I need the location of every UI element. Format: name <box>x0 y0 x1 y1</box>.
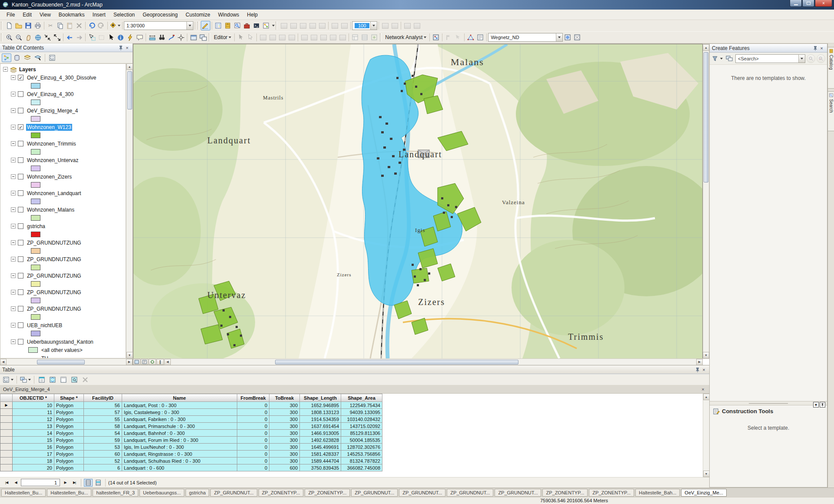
menu-customize[interactable]: Customize <box>182 10 214 20</box>
scrollbar-thumb[interactable] <box>275 360 518 365</box>
cell[interactable]: 300 <box>269 451 300 458</box>
build-network-button[interactable] <box>466 33 475 42</box>
html-popup-tool[interactable] <box>135 33 144 42</box>
layer-swatch[interactable] <box>31 298 40 303</box>
list-by-visibility-button[interactable] <box>23 53 32 62</box>
table-row[interactable]: 17Polygon60Landquart, Ringstrasse : 0 - … <box>0 451 382 458</box>
collapse-icon[interactable] <box>11 224 16 229</box>
organize-templates-button[interactable] <box>724 54 734 63</box>
scroll-up-icon[interactable]: ▲ <box>703 44 709 51</box>
layer-checkbox[interactable] <box>18 306 23 312</box>
list-by-drawing-order-button[interactable] <box>2 53 11 62</box>
directions-window-button[interactable] <box>475 33 485 42</box>
layer-swatch[interactable] <box>31 83 40 89</box>
cell[interactable]: Polygon <box>54 409 84 416</box>
table-tab-active[interactable]: OeV_Einzig_Me... <box>681 489 727 497</box>
toolbar-overflow-icon[interactable] <box>272 25 275 27</box>
cell[interactable]: 58 <box>84 423 122 430</box>
open-button[interactable] <box>14 21 23 30</box>
cell[interactable]: 55 <box>84 416 122 423</box>
data-view-button[interactable] <box>133 359 140 365</box>
menu-bookmarks[interactable]: Bookmarks <box>55 10 89 20</box>
cell[interactable]: 14 <box>13 430 54 437</box>
cell[interactable]: 300 <box>269 444 300 451</box>
column-header[interactable]: ToBreak <box>269 394 300 402</box>
layer-checkbox[interactable] <box>18 174 23 179</box>
cell[interactable]: 1914.534359 <box>300 416 341 423</box>
show-all-records-button[interactable] <box>84 479 93 487</box>
cell[interactable]: 52 <box>84 458 122 464</box>
cell[interactable]: 0 <box>237 464 269 471</box>
table-row[interactable]: 16Polygon53Igis, Im Lux/Neuhof : 0 - 300… <box>0 444 382 451</box>
select-by-attributes-button[interactable] <box>37 375 47 385</box>
layer-swatch[interactable] <box>31 133 40 138</box>
collapse-icon[interactable] <box>11 141 16 146</box>
collapse-section-icon[interactable]: ▼ <box>813 402 819 408</box>
network-dataset-combo[interactable]: Wegnetz_ND <box>488 33 563 42</box>
layer-label[interactable]: Wohnzonen_Untervaz <box>26 157 80 164</box>
cell[interactable]: Landquart, Ringstrasse : 0 - 300 <box>122 451 237 458</box>
layer-swatch[interactable] <box>31 281 40 287</box>
layer-row[interactable]: Ueberbauungsstand_Kanton <box>0 338 126 346</box>
layers-group-label[interactable]: Layers <box>19 66 36 73</box>
layer-label[interactable]: gstricha <box>26 223 46 230</box>
layer-row[interactable]: OeV_Einzug_4_300 <box>0 90 126 98</box>
layer-label[interactable]: ZP_GRUNDNUTZUNG <box>26 289 82 296</box>
previous-record-button[interactable]: ◀ <box>12 479 20 486</box>
cell[interactable]: 15 <box>13 437 54 444</box>
scroll-left-icon[interactable]: ◀ <box>0 359 7 365</box>
catalog-dock-tab[interactable]: Catalog <box>828 47 834 89</box>
find-route-button[interactable] <box>166 33 176 42</box>
cell[interactable]: Igis, Castaletweg : 0 - 300 <box>122 409 237 416</box>
cell[interactable]: 53 <box>84 444 122 451</box>
collapse-icon[interactable] <box>11 290 16 295</box>
cell[interactable]: Landquart, Post : 0 - 300 <box>122 402 237 409</box>
row-selector[interactable] <box>0 464 13 471</box>
table-row[interactable]: 11Polygon57Igis, Castaletweg : 0 - 30003… <box>0 409 382 416</box>
cell[interactable]: 94039.133095 <box>341 409 382 416</box>
cell[interactable]: 18 <box>13 458 54 464</box>
editor-toolbar-toggle-button[interactable] <box>201 21 210 30</box>
cell[interactable]: 300 <box>269 416 300 423</box>
select-features-tool[interactable] <box>87 33 96 42</box>
collapse-icon[interactable] <box>11 257 16 262</box>
layer-label[interactable]: Wohnzonen_Trimmis <box>26 140 77 147</box>
scroll-right-icon[interactable]: ▶ <box>696 359 703 365</box>
zoom-in-tool[interactable] <box>4 33 14 42</box>
layer-label[interactable]: ZP_GRUNDNUTZUNG <box>26 305 82 312</box>
collapse-icon[interactable] <box>11 191 16 196</box>
cell[interactable]: 300 <box>269 437 300 444</box>
add-data-button[interactable] <box>109 21 121 30</box>
new-map-button[interactable] <box>4 21 14 30</box>
full-extent-button[interactable] <box>33 33 43 42</box>
catalog-window-button[interactable] <box>223 21 233 30</box>
table-tab[interactable]: ZP_GRUNDNUT... <box>351 489 398 497</box>
cell[interactable]: Polygon <box>54 437 84 444</box>
column-header[interactable]: FromBreak <box>237 394 269 402</box>
layer-checkbox[interactable] <box>18 190 23 196</box>
hyperlink-tool[interactable] <box>125 33 135 42</box>
layer-checkbox[interactable] <box>18 256 23 262</box>
layer-swatch[interactable] <box>31 314 40 320</box>
table-tab[interactable]: ZP_ZONENTYP... <box>542 489 588 497</box>
cell[interactable]: 366082.745008 <box>341 464 382 471</box>
scrollbar-thumb[interactable] <box>127 71 132 109</box>
menu-insert[interactable]: Insert <box>89 10 110 20</box>
table-sheet-tab[interactable]: OeV_Einzig_Merge_4 × <box>0 385 709 394</box>
current-record-field[interactable]: 1 <box>21 479 60 486</box>
layer-checkbox[interactable] <box>18 339 23 345</box>
cell[interactable]: Polygon <box>54 423 84 430</box>
panel-pin-icon[interactable] <box>812 45 818 51</box>
layer-label[interactable]: Wohnzonen_W123 <box>26 124 72 131</box>
layer-checkbox[interactable] <box>18 207 23 212</box>
layer-checkbox[interactable] <box>18 157 23 163</box>
layer-row[interactable]: Wohnzonen_Malans <box>0 206 126 214</box>
layer-swatch[interactable] <box>31 199 40 204</box>
layer-swatch[interactable] <box>31 166 40 171</box>
find-tool[interactable] <box>157 33 166 42</box>
layer-swatch[interactable] <box>31 149 40 155</box>
row-selector[interactable]: ▶ <box>0 402 13 409</box>
row-selector[interactable] <box>0 423 13 430</box>
collapse-icon[interactable] <box>11 323 16 328</box>
table-of-contents-button[interactable] <box>213 21 223 30</box>
